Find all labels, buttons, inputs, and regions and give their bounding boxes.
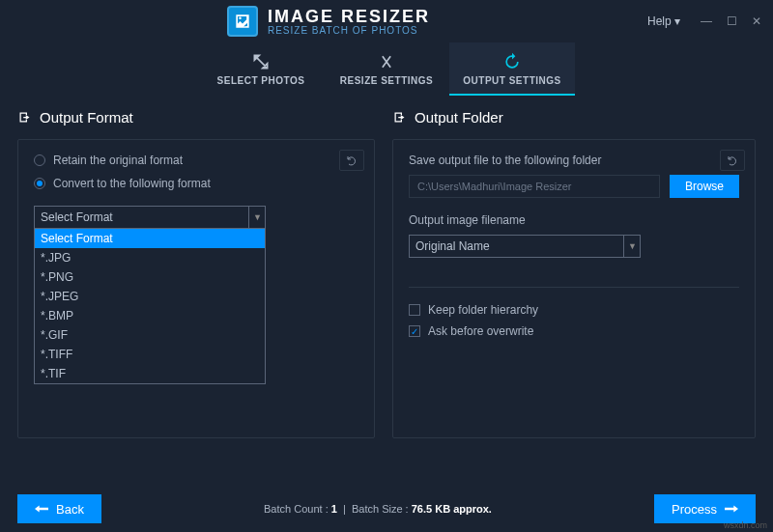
- resize-icon: [377, 52, 396, 71]
- reset-format-button[interactable]: [339, 150, 364, 171]
- dropdown-item[interactable]: *.JPEG: [35, 287, 265, 306]
- radio-icon: [34, 154, 45, 166]
- dropdown-item[interactable]: *.JPG: [35, 248, 265, 267]
- arrow-right-icon: [725, 504, 738, 514]
- panel-title: Output Folder: [415, 109, 503, 126]
- arrow-left-icon: [35, 504, 48, 514]
- filename-label: Output image filename: [409, 213, 739, 227]
- panel-title: Output Format: [40, 109, 133, 126]
- titlebar: IMAGE RESIZER RESIZE BATCH OF PHOTOS Hel…: [0, 0, 773, 42]
- refresh-icon: [502, 52, 522, 71]
- tab-label: OUTPUT SETTINGS: [463, 75, 560, 86]
- format-dropdown: Select Format *.JPG *.PNG *.JPEG *.BMP *…: [34, 229, 266, 384]
- browse-button[interactable]: Browse: [670, 175, 739, 198]
- separator: [409, 287, 739, 288]
- tab-output-settings[interactable]: OUTPUT SETTINGS: [449, 42, 575, 96]
- output-path-input[interactable]: [409, 175, 660, 198]
- radio-label: Convert to the following format: [53, 177, 211, 190]
- output-folder-panel: Output Folder Save output file to the fo…: [392, 109, 756, 438]
- dropdown-item[interactable]: *.TIFF: [35, 345, 265, 364]
- titlebar-title-block: IMAGE RESIZER RESIZE BATCH OF PHOTOS: [268, 8, 430, 36]
- content-area: Output Format Retain the original format…: [0, 96, 773, 448]
- save-location-label: Save output file to the following folder: [409, 154, 739, 167]
- output-format-panel: Output Format Retain the original format…: [17, 109, 375, 438]
- checkbox-icon: [409, 304, 420, 316]
- undo-icon: [727, 154, 738, 166]
- filename-select[interactable]: Original Name ▼: [409, 235, 641, 258]
- batch-status: Batch Count : 1 | Batch Size : 76.5 KB a…: [264, 503, 492, 515]
- undo-icon: [346, 154, 358, 166]
- dropdown-item[interactable]: *.BMP: [35, 306, 265, 325]
- checkbox-label: Keep folder hierarchy: [428, 303, 538, 317]
- radio-icon: [34, 178, 45, 189]
- maximize-button[interactable]: ☐: [725, 14, 738, 28]
- watermark: wsxdn.com: [724, 520, 767, 530]
- keep-hierarchy-checkbox[interactable]: Keep folder hierarchy: [409, 303, 739, 317]
- ask-overwrite-checkbox[interactable]: ✓ Ask before overwrite: [409, 324, 739, 338]
- select-value: Original Name: [415, 239, 490, 253]
- radio-retain-original[interactable]: Retain the original format: [34, 154, 358, 167]
- reset-folder-button[interactable]: [720, 150, 745, 171]
- tab-select-photos[interactable]: SELECT PHOTOS: [198, 42, 324, 96]
- back-button[interactable]: Back: [17, 494, 101, 523]
- close-button[interactable]: ✕: [750, 14, 763, 28]
- format-select[interactable]: Select Format ▼ Select Format *.JPG *.PN…: [34, 206, 266, 229]
- dropdown-item[interactable]: *.PNG: [35, 267, 265, 287]
- dropdown-item[interactable]: *.TIF: [35, 364, 265, 383]
- tab-label: RESIZE SETTINGS: [340, 75, 433, 86]
- footer-bar: Back Batch Count : 1 | Batch Size : 76.5…: [0, 486, 773, 532]
- process-button[interactable]: Process: [654, 494, 756, 523]
- chevron-down-icon: ▼: [623, 235, 641, 258]
- dropdown-item[interactable]: *.GIF: [35, 325, 265, 345]
- app-subtitle: RESIZE BATCH OF PHOTOS: [268, 25, 430, 36]
- radio-convert-format[interactable]: Convert to the following format: [34, 177, 358, 190]
- image-icon: [233, 12, 252, 31]
- svg-point-0: [239, 16, 242, 19]
- checkbox-label: Ask before overwrite: [428, 324, 533, 338]
- select-value: Select Format: [41, 210, 113, 224]
- chevron-down-icon: ▼: [248, 206, 266, 229]
- export-icon: [17, 110, 32, 125]
- folder-export-icon: [392, 110, 407, 125]
- help-menu[interactable]: Help ▾: [647, 14, 680, 28]
- minimize-button[interactable]: —: [700, 14, 713, 28]
- dropdown-item[interactable]: Select Format: [35, 229, 265, 248]
- step-tabs: SELECT PHOTOS RESIZE SETTINGS OUTPUT SET…: [0, 42, 773, 96]
- app-logo: [227, 6, 258, 37]
- expand-icon: [251, 52, 271, 71]
- titlebar-center: IMAGE RESIZER RESIZE BATCH OF PHOTOS: [10, 6, 647, 37]
- tab-resize-settings[interactable]: RESIZE SETTINGS: [324, 42, 449, 96]
- tab-label: SELECT PHOTOS: [217, 75, 305, 86]
- app-title: IMAGE RESIZER: [268, 8, 430, 25]
- checkbox-icon: ✓: [409, 325, 420, 337]
- radio-label: Retain the original format: [53, 154, 183, 167]
